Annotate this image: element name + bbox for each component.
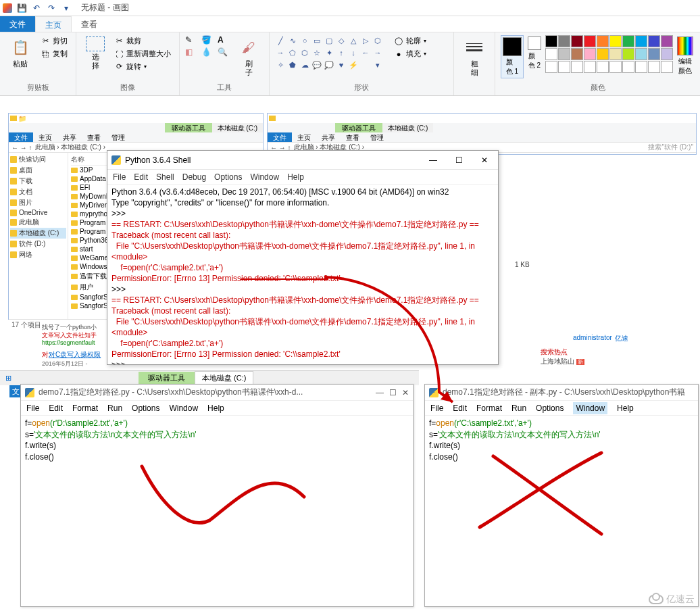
explorer-tab[interactable]: 文件 [268,132,292,142]
text-icon[interactable]: A [218,35,231,45]
shapes-gallery[interactable]: ╱∿○▭▢◇△▷⬡ →⬠⬡☆✦↑↓←→ ✧⬟☁💬💭♥⚡▾ [275,35,383,70]
idle-code[interactable]: f=open(r'D:\sample2.txt','a+') s='文本文件的读… [21,416,413,466]
cut-button[interactable]: ✂剪切 [38,35,70,47]
menu-item[interactable]: Edit [453,404,467,413]
maximize-button[interactable]: ☐ [389,388,397,397]
admin-link[interactable]: administrator [573,334,612,341]
explorer-tab[interactable]: 主页 [292,132,316,142]
color-swatch[interactable] [622,48,634,60]
color-swatch[interactable] [648,48,660,60]
menu-item[interactable]: Edit [49,404,63,413]
outline-button[interactable]: ◯轮廓▾ [391,35,429,47]
explorer-tab[interactable]: 文件 [9,132,33,142]
menu-item[interactable]: Edit [134,172,148,182]
rotate-button[interactable]: ⟳旋转▾ [111,61,174,72]
menu-item[interactable]: Format [72,404,98,413]
menu-item[interactable]: Window [573,402,607,414]
nav-item[interactable]: 快速访问 [10,154,66,165]
edit-colors-button[interactable]: 编辑 颜色 [676,35,695,77]
pencil-icon[interactable]: ✎ [185,35,199,45]
menu-item[interactable]: Help [617,404,634,413]
select-button[interactable]: 选 择 [82,35,109,72]
minimize-button[interactable]: — [376,388,384,397]
color-swatch[interactable] [609,61,622,73]
nav-item[interactable]: 网络 [10,249,66,260]
close-button[interactable]: ✕ [402,388,409,397]
color1-button[interactable]: 颜 色 1 [501,35,524,78]
tab-view[interactable]: 查看 [72,16,107,32]
crop-button[interactable]: ✂裁剪 [111,35,174,47]
nav-item[interactable]: 文档 [10,187,66,197]
picker-icon[interactable]: 💧 [201,47,215,57]
menu-item[interactable]: Options [214,172,242,182]
color-swatch[interactable] [648,35,660,47]
tab-home[interactable]: 主页 [35,16,72,32]
color-swatch[interactable] [635,61,647,73]
thickness-button[interactable]: 粗 细 [459,35,489,78]
color-swatch[interactable] [584,61,596,73]
color-swatch[interactable] [571,61,583,73]
color-swatch[interactable] [622,35,634,47]
color-swatch[interactable] [609,35,622,47]
menu-item[interactable]: File [113,172,126,182]
menu-item[interactable]: Help [207,404,224,413]
color-swatch[interactable] [584,35,596,47]
nav-item[interactable]: 桌面 [10,165,66,176]
color-swatch[interactable] [571,35,583,47]
color-swatch[interactable] [558,48,570,60]
color-swatch[interactable] [571,48,583,60]
nav-item[interactable]: 图片 [10,197,66,208]
menu-item[interactable]: Run [107,404,122,413]
undo-icon[interactable]: ↶ [31,3,42,14]
color-swatch[interactable] [661,48,673,60]
color-swatch[interactable] [609,48,622,60]
save-icon[interactable]: 💾 [16,3,27,14]
menu-item[interactable]: Window [169,404,198,413]
explorer-tab[interactable]: 管理 [365,132,389,142]
color-swatch[interactable] [597,61,609,73]
tab-file[interactable]: 文件 [0,16,35,32]
redo-icon[interactable]: ↷ [46,3,57,14]
color-swatch[interactable] [558,35,570,47]
explorer-tab[interactable]: 共享 [316,132,341,142]
color2-button[interactable]: 颜 色 2 [526,35,543,72]
resize-button[interactable]: ⛶重新调整大小 [111,48,174,59]
bucket-icon[interactable]: 🪣 [201,35,215,45]
qat-dropdown-icon[interactable]: ▾ [61,3,72,14]
color-swatch[interactable] [648,61,660,73]
minimize-button[interactable]: — [424,153,443,167]
menu-item[interactable]: Format [476,404,502,413]
menu-item[interactable]: Shell [156,172,174,182]
color-swatch[interactable] [597,35,609,47]
color-swatch[interactable] [545,48,557,60]
eraser-icon[interactable]: ◧ [185,47,199,57]
color-swatch[interactable] [661,61,673,73]
color-swatch[interactable] [584,48,596,60]
color-swatch[interactable] [545,61,557,73]
menu-item[interactable]: File [430,404,443,413]
explorer-tab[interactable]: 查看 [341,132,365,142]
brush-button[interactable]: 🖌 刷 子 [234,35,264,78]
fill-button[interactable]: ●填充▾ [391,48,429,59]
color-swatch[interactable] [545,35,557,47]
color-swatch[interactable] [597,48,609,60]
shell-output[interactable]: Python 3.6.4 (v3.6.4:d48eceb, Dec 19 201… [107,185,498,364]
maximize-button[interactable]: ☐ [449,153,468,167]
color-swatch[interactable] [558,61,570,73]
speed-link[interactable]: 亿速 [615,334,628,343]
color-swatch[interactable] [622,61,634,73]
menu-item[interactable]: Debug [182,172,206,182]
copy-button[interactable]: ⿻复制 [38,48,70,59]
menu-item[interactable]: File [26,404,39,413]
close-button[interactable]: ✕ [475,153,494,167]
start-icon[interactable]: ⊞ [0,372,17,384]
color-swatch[interactable] [635,35,647,47]
color-swatch[interactable] [661,35,673,47]
menu-item[interactable]: Help [287,172,304,182]
explorer-tab[interactable]: 查看 [82,132,106,142]
explorer-tab[interactable]: 共享 [57,132,82,142]
paste-button[interactable]: 📋 粘贴 [5,35,35,70]
search-input[interactable]: 搜索"软件 (D:)" [648,143,693,152]
menu-item[interactable]: Options [536,404,564,413]
nav-item[interactable]: 本地磁盘 (C:) [10,228,66,239]
